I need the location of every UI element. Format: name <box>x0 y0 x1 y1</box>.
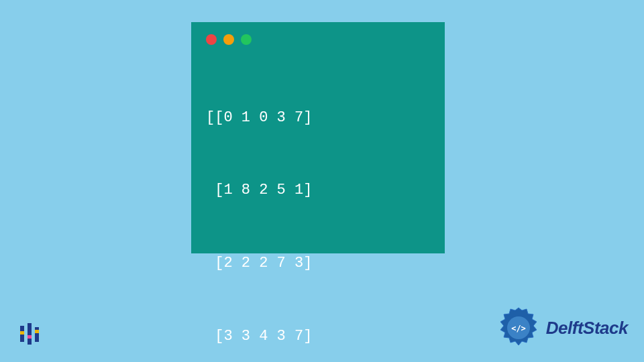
brand-name: DelftStack <box>546 318 628 339</box>
brand-logo: </> DelftStack <box>496 306 628 350</box>
close-icon[interactable] <box>206 34 217 45</box>
svg-rect-4 <box>35 327 39 342</box>
svg-rect-1 <box>20 331 24 335</box>
window-controls <box>206 34 430 45</box>
svg-rect-5 <box>35 330 39 333</box>
gear-badge-icon: </> <box>496 306 541 350</box>
svg-text:</>: </> <box>511 324 526 333</box>
terminal-output: [[0 1 0 3 7] [1 8 2 5 1] [2 2 2 7 3] [3 … <box>206 57 430 362</box>
svg-rect-2 <box>28 323 32 345</box>
maximize-icon[interactable] <box>241 34 252 45</box>
small-logo-icon <box>16 320 43 350</box>
terminal-window: [[0 1 0 3 7] [1 8 2 5 1] [2 2 2 7 3] [3 … <box>191 22 445 253</box>
output-line: [[0 1 0 3 7] <box>206 106 430 130</box>
output-line: [2 2 2 7 3] <box>206 251 430 276</box>
svg-rect-3 <box>28 335 32 339</box>
minimize-icon[interactable] <box>223 34 234 45</box>
output-line: [1 8 2 5 1] <box>206 178 430 202</box>
output-line: [3 3 4 3 7] <box>206 324 430 349</box>
